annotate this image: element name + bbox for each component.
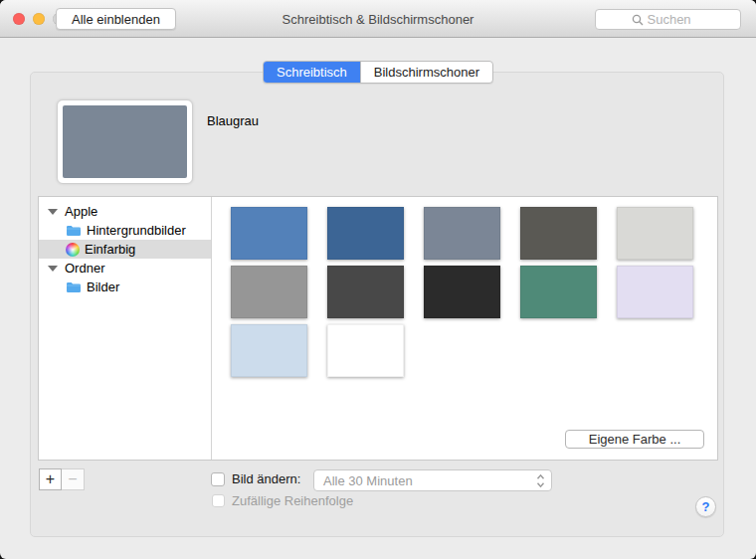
tab-bar: Schreibtisch Bildschirmschoner bbox=[263, 61, 493, 84]
source-list: Apple Hintergrundbilder Einfarbig Ordner bbox=[39, 197, 212, 460]
color-swatch[interactable] bbox=[231, 324, 307, 377]
sidebar-item-hintergrundbilder[interactable]: Hintergrundbilder bbox=[39, 221, 211, 240]
color-swatch[interactable] bbox=[617, 266, 693, 318]
sidebar-item-label: Einfarbig bbox=[85, 242, 135, 257]
tab-schreibtisch[interactable]: Schreibtisch bbox=[264, 62, 360, 83]
color-swatch[interactable] bbox=[520, 266, 597, 318]
minimize-button[interactable] bbox=[33, 13, 45, 25]
search-input[interactable] bbox=[648, 12, 705, 27]
random-order-checkbox[interactable] bbox=[212, 494, 225, 507]
help-button[interactable]: ? bbox=[695, 496, 716, 517]
sidebar-group-label: Ordner bbox=[65, 261, 104, 276]
search-icon bbox=[632, 14, 644, 26]
folder-icon bbox=[66, 224, 82, 237]
desktop-preview-image bbox=[63, 105, 187, 178]
color-swatch[interactable] bbox=[231, 207, 307, 260]
color-swatch[interactable] bbox=[327, 324, 404, 377]
sidebar-group-apple[interactable]: Apple bbox=[39, 202, 211, 221]
source-and-swatch-box: Apple Hintergrundbilder Einfarbig Ordner bbox=[38, 196, 718, 461]
change-picture-checkbox[interactable] bbox=[211, 472, 225, 486]
sidebar-item-einfarbig[interactable]: Einfarbig bbox=[39, 240, 211, 259]
sidebar-group-label: Apple bbox=[65, 204, 97, 219]
interval-selected-value: Alle 30 Minuten bbox=[323, 473, 536, 488]
popup-stepper-icon bbox=[536, 473, 545, 488]
color-swatch[interactable] bbox=[327, 266, 404, 318]
folder-icon bbox=[66, 280, 82, 293]
color-swatch-grid bbox=[231, 207, 693, 377]
sidebar-item-bilder[interactable]: Bilder bbox=[39, 278, 211, 296]
search-field[interactable] bbox=[595, 9, 741, 30]
add-folder-button[interactable]: + bbox=[39, 468, 62, 490]
title-bar: Schreibtisch & Bildschirmschoner Alle ei… bbox=[0, 0, 756, 38]
interval-popup-button[interactable]: Alle 30 Minuten bbox=[313, 469, 552, 491]
swatch-area: Eigene Farbe ... bbox=[212, 197, 717, 460]
random-order-label: Zufällige Reihenfolge bbox=[232, 493, 353, 508]
change-picture-row: Bild ändern: bbox=[211, 471, 300, 486]
random-order-row: Zufällige Reihenfolge bbox=[212, 493, 353, 508]
color-swatch[interactable] bbox=[424, 207, 500, 260]
change-picture-label: Bild ändern: bbox=[232, 471, 300, 486]
color-swatch[interactable] bbox=[231, 266, 307, 318]
preferences-window: Schreibtisch & Bildschirmschoner Alle ei… bbox=[0, 0, 756, 559]
sidebar-item-label: Hintergrundbilder bbox=[87, 223, 186, 238]
add-remove-control: + − bbox=[39, 468, 85, 490]
color-wheel-icon bbox=[66, 243, 80, 257]
close-button[interactable] bbox=[13, 13, 25, 25]
sidebar-item-label: Bilder bbox=[87, 280, 119, 294]
desktop-preview-well bbox=[57, 99, 193, 184]
color-swatch[interactable] bbox=[520, 207, 597, 260]
show-all-button[interactable]: Alle einblenden bbox=[56, 8, 176, 30]
tab-bildschirmschoner[interactable]: Bildschirmschoner bbox=[360, 62, 492, 83]
remove-folder-button[interactable]: − bbox=[62, 468, 85, 490]
custom-color-button[interactable]: Eigene Farbe ... bbox=[565, 430, 704, 449]
color-swatch[interactable] bbox=[327, 207, 404, 260]
color-swatch[interactable] bbox=[424, 266, 500, 318]
disclosure-triangle-icon[interactable] bbox=[48, 209, 58, 215]
sidebar-group-ordner[interactable]: Ordner bbox=[39, 259, 211, 278]
disclosure-triangle-icon[interactable] bbox=[48, 266, 58, 272]
selected-color-name: Blaugrau bbox=[207, 113, 259, 128]
color-swatch[interactable] bbox=[617, 207, 693, 260]
